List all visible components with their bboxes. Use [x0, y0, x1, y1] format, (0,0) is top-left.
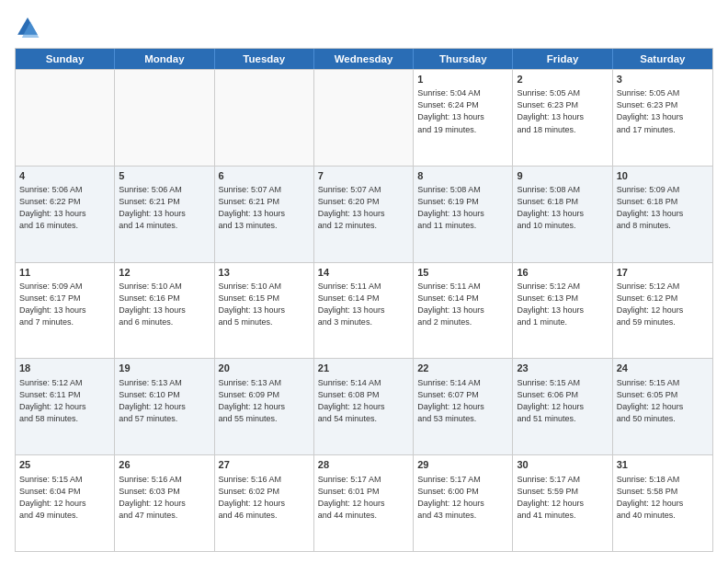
day-cell [16, 70, 115, 166]
day-number: 20 [219, 362, 310, 375]
day-number: 10 [617, 169, 709, 183]
day-info: Sunrise: 5:13 AM Sunset: 6:09 PM Dayligh… [219, 377, 310, 425]
day-number: 11 [19, 266, 110, 280]
day-cell: 27Sunrise: 5:16 AM Sunset: 6:02 PM Dayli… [215, 455, 314, 551]
day-number: 29 [417, 458, 508, 472]
day-cell: 21Sunrise: 5:14 AM Sunset: 6:08 PM Dayli… [314, 359, 414, 454]
header [15, 15, 713, 40]
day-number: 14 [318, 266, 409, 280]
day-number: 7 [318, 169, 409, 183]
day-number: 25 [19, 458, 110, 472]
calendar-row-1: 4Sunrise: 5:06 AM Sunset: 6:22 PM Daylig… [16, 166, 712, 262]
day-info: Sunrise: 5:17 AM Sunset: 5:59 PM Dayligh… [517, 474, 608, 522]
day-number: 28 [318, 458, 409, 472]
col-header-sunday: Sunday [16, 49, 115, 69]
day-info: Sunrise: 5:05 AM Sunset: 6:23 PM Dayligh… [617, 87, 709, 135]
day-info: Sunrise: 5:09 AM Sunset: 6:17 PM Dayligh… [19, 281, 110, 328]
day-cell [314, 70, 414, 166]
calendar-row-3: 18Sunrise: 5:12 AM Sunset: 6:11 PM Dayli… [16, 358, 712, 454]
day-info: Sunrise: 5:16 AM Sunset: 6:02 PM Dayligh… [219, 474, 310, 522]
logo-icon [15, 15, 40, 40]
day-cell: 18Sunrise: 5:12 AM Sunset: 6:11 PM Dayli… [16, 359, 115, 454]
day-number: 15 [417, 266, 508, 280]
day-number: 18 [19, 362, 110, 375]
day-number: 17 [617, 266, 709, 280]
day-info: Sunrise: 5:06 AM Sunset: 6:21 PM Dayligh… [119, 184, 210, 232]
col-header-thursday: Thursday [414, 49, 513, 69]
col-header-monday: Monday [115, 49, 214, 69]
calendar: SundayMondayTuesdayWednesdayThursdayFrid… [15, 48, 713, 552]
day-number: 13 [219, 266, 310, 280]
day-cell: 7Sunrise: 5:07 AM Sunset: 6:20 PM Daylig… [314, 167, 414, 262]
calendar-row-4: 25Sunrise: 5:15 AM Sunset: 6:04 PM Dayli… [16, 454, 712, 551]
calendar-row-0: 1Sunrise: 5:04 AM Sunset: 6:24 PM Daylig… [16, 69, 712, 166]
day-cell: 23Sunrise: 5:15 AM Sunset: 6:06 PM Dayli… [513, 359, 612, 454]
day-info: Sunrise: 5:04 AM Sunset: 6:24 PM Dayligh… [417, 87, 508, 135]
day-info: Sunrise: 5:07 AM Sunset: 6:20 PM Dayligh… [318, 184, 409, 232]
day-info: Sunrise: 5:18 AM Sunset: 5:58 PM Dayligh… [617, 474, 709, 522]
day-number: 21 [318, 362, 409, 375]
day-cell: 20Sunrise: 5:13 AM Sunset: 6:09 PM Dayli… [215, 359, 314, 454]
day-number: 6 [219, 169, 310, 183]
day-number: 22 [417, 362, 508, 375]
day-cell: 10Sunrise: 5:09 AM Sunset: 6:18 PM Dayli… [613, 167, 712, 262]
day-number: 27 [219, 458, 310, 472]
day-cell: 25Sunrise: 5:15 AM Sunset: 6:04 PM Dayli… [16, 455, 115, 551]
day-cell: 26Sunrise: 5:16 AM Sunset: 6:03 PM Dayli… [115, 455, 214, 551]
col-header-friday: Friday [513, 49, 612, 69]
day-cell: 11Sunrise: 5:09 AM Sunset: 6:17 PM Dayli… [16, 263, 115, 359]
day-number: 3 [617, 73, 709, 86]
day-cell: 19Sunrise: 5:13 AM Sunset: 6:10 PM Dayli… [115, 359, 214, 454]
day-number: 2 [517, 73, 608, 86]
col-header-wednesday: Wednesday [314, 49, 414, 69]
calendar-header-row: SundayMondayTuesdayWednesdayThursdayFrid… [16, 49, 712, 69]
day-info: Sunrise: 5:05 AM Sunset: 6:23 PM Dayligh… [517, 87, 608, 135]
day-info: Sunrise: 5:08 AM Sunset: 6:19 PM Dayligh… [417, 184, 508, 232]
day-cell: 17Sunrise: 5:12 AM Sunset: 6:12 PM Dayli… [613, 263, 712, 359]
logo [15, 15, 44, 40]
day-info: Sunrise: 5:11 AM Sunset: 6:14 PM Dayligh… [417, 281, 508, 328]
day-cell: 13Sunrise: 5:10 AM Sunset: 6:15 PM Dayli… [215, 263, 314, 359]
day-cell: 12Sunrise: 5:10 AM Sunset: 6:16 PM Dayli… [115, 263, 214, 359]
day-info: Sunrise: 5:14 AM Sunset: 6:08 PM Dayligh… [318, 377, 409, 425]
day-number: 8 [417, 169, 508, 183]
day-number: 16 [517, 266, 608, 280]
day-cell: 24Sunrise: 5:15 AM Sunset: 6:05 PM Dayli… [613, 359, 712, 454]
day-info: Sunrise: 5:15 AM Sunset: 6:05 PM Dayligh… [617, 377, 709, 425]
page: SundayMondayTuesdayWednesdayThursdayFrid… [0, 0, 728, 563]
day-cell: 14Sunrise: 5:11 AM Sunset: 6:14 PM Dayli… [314, 263, 414, 359]
day-cell: 15Sunrise: 5:11 AM Sunset: 6:14 PM Dayli… [414, 263, 513, 359]
day-cell: 28Sunrise: 5:17 AM Sunset: 6:01 PM Dayli… [314, 455, 414, 551]
day-info: Sunrise: 5:12 AM Sunset: 6:11 PM Dayligh… [19, 377, 110, 425]
day-number: 31 [617, 458, 709, 472]
day-number: 5 [119, 169, 210, 183]
day-cell [115, 70, 214, 166]
day-cell: 29Sunrise: 5:17 AM Sunset: 6:00 PM Dayli… [414, 455, 513, 551]
day-cell: 31Sunrise: 5:18 AM Sunset: 5:58 PM Dayli… [613, 455, 712, 551]
day-info: Sunrise: 5:12 AM Sunset: 6:12 PM Dayligh… [617, 281, 709, 328]
day-cell: 16Sunrise: 5:12 AM Sunset: 6:13 PM Dayli… [513, 263, 612, 359]
day-number: 30 [517, 458, 608, 472]
day-number: 26 [119, 458, 210, 472]
day-info: Sunrise: 5:13 AM Sunset: 6:10 PM Dayligh… [119, 377, 210, 425]
day-cell: 30Sunrise: 5:17 AM Sunset: 5:59 PM Dayli… [513, 455, 612, 551]
calendar-row-2: 11Sunrise: 5:09 AM Sunset: 6:17 PM Dayli… [16, 262, 712, 359]
day-info: Sunrise: 5:11 AM Sunset: 6:14 PM Dayligh… [318, 281, 409, 328]
day-cell [215, 70, 314, 166]
day-info: Sunrise: 5:12 AM Sunset: 6:13 PM Dayligh… [517, 281, 608, 328]
day-number: 23 [517, 362, 608, 375]
day-info: Sunrise: 5:08 AM Sunset: 6:18 PM Dayligh… [517, 184, 608, 232]
day-number: 19 [119, 362, 210, 375]
day-info: Sunrise: 5:09 AM Sunset: 6:18 PM Dayligh… [617, 184, 709, 232]
day-cell: 1Sunrise: 5:04 AM Sunset: 6:24 PM Daylig… [414, 70, 513, 166]
day-info: Sunrise: 5:10 AM Sunset: 6:15 PM Dayligh… [219, 281, 310, 328]
col-header-saturday: Saturday [613, 49, 712, 69]
day-number: 9 [517, 169, 608, 183]
day-cell: 22Sunrise: 5:14 AM Sunset: 6:07 PM Dayli… [414, 359, 513, 454]
calendar-body: 1Sunrise: 5:04 AM Sunset: 6:24 PM Daylig… [16, 69, 712, 551]
day-number: 24 [617, 362, 709, 375]
day-info: Sunrise: 5:06 AM Sunset: 6:22 PM Dayligh… [19, 184, 110, 232]
col-header-tuesday: Tuesday [215, 49, 314, 69]
day-info: Sunrise: 5:07 AM Sunset: 6:21 PM Dayligh… [219, 184, 310, 232]
day-cell: 3Sunrise: 5:05 AM Sunset: 6:23 PM Daylig… [613, 70, 712, 166]
